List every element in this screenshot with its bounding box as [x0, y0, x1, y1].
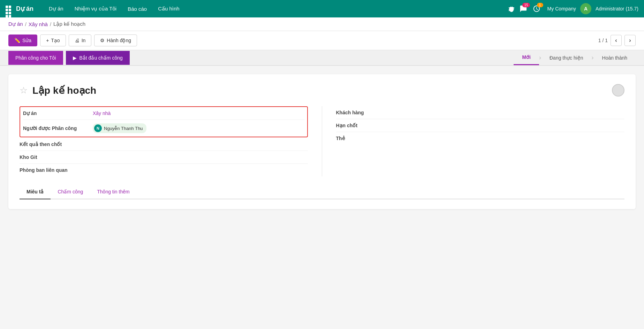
chat-badge: 15: [522, 3, 530, 7]
form-card: ☆ Lập kế hoạch Dự án Xây nhà Người được …: [8, 74, 636, 209]
step-done[interactable]: Hoàn thành: [594, 51, 636, 65]
form-left: Dự án Xây nhà Người được Phân công N Ngu…: [20, 106, 322, 176]
assign-to-me-button[interactable]: Phân công cho Tôi: [8, 51, 63, 65]
nav-du-an[interactable]: Dự án: [43, 0, 69, 17]
label-nguoi-phan-cong: Người được Phân công: [23, 125, 93, 131]
app-title[interactable]: Dự án: [16, 5, 33, 13]
form-toggle[interactable]: [612, 84, 624, 97]
nav-bao-cao[interactable]: Báo cáo: [122, 0, 152, 17]
value-du-an[interactable]: Xây nhà: [93, 110, 304, 116]
start-checkin-button[interactable]: ▶ Bắt đầu chấm công: [66, 51, 130, 65]
top-navigation: Dự án Dự án Nhiệm vụ của Tôi Báo cáo Cấu…: [0, 0, 644, 17]
field-the: Thẻ: [336, 132, 625, 145]
step-inprogress[interactable]: Đang thực hiện: [541, 51, 592, 65]
label-han-chot: Hạn chốt: [336, 123, 406, 128]
form-title-row: ☆ Lập kế hoạch: [20, 84, 624, 97]
nav-nhiem-vu[interactable]: Nhiệm vụ của Tôi: [69, 0, 122, 17]
breadcrumb-xay-nha[interactable]: Xây nhà: [29, 21, 48, 27]
field-nguoi-phan-cong: Người được Phân công N Nguyễn Thanh Thu: [23, 120, 304, 137]
breadcrumb-du-an[interactable]: Dự án: [8, 21, 23, 27]
status-bar: Phân công cho Tôi ▶ Bắt đầu chấm công Mớ…: [0, 50, 644, 66]
chat-icon-btn[interactable]: 15: [520, 5, 527, 13]
star-icon[interactable]: ☆: [20, 85, 28, 96]
person-avatar: N: [94, 124, 102, 132]
play-icon: ▶: [73, 55, 77, 61]
prev-button[interactable]: ‹: [611, 35, 622, 46]
breadcrumb-current: Lập kế hoạch: [53, 21, 85, 27]
field-du-an: Dự án Xây nhà: [23, 107, 304, 120]
company-name: My Company: [547, 6, 576, 12]
status-steps: Mới › Đang thực hiện › Hoàn thành: [514, 50, 636, 65]
nav-items: Dự án Nhiệm vụ của Tôi Báo cáo Cấu hình: [43, 0, 505, 17]
edit-icon: ✏️: [14, 38, 20, 43]
toolbar: ✏️ Sửa + Tạo 🖨 In ⚙ Hành động 1 / 1 ‹ ›: [0, 31, 644, 50]
form-title: Lập kế hoạch: [32, 85, 96, 96]
clock-icon-btn[interactable]: 1: [533, 5, 540, 13]
highlighted-section: Dự án Xây nhà Người được Phân công N Ngu…: [20, 106, 308, 137]
label-du-an: Dự án: [23, 110, 93, 116]
nav-right: 15 1 My Company A Administrator (15.7): [508, 3, 638, 14]
value-nguoi-phan-cong: N Nguyễn Thanh Thu: [93, 123, 304, 133]
person-badge[interactable]: N Nguyễn Thanh Thu: [93, 123, 146, 133]
action-button[interactable]: ⚙ Hành động: [94, 35, 137, 46]
next-button[interactable]: ›: [624, 35, 636, 46]
gear-icon: ⚙: [100, 38, 105, 43]
field-khach-hang: Khách hàng: [336, 106, 625, 119]
pagination-text: 1 / 1: [598, 38, 608, 43]
field-ket-qua: Kết quả then chốt: [20, 138, 308, 151]
tab-cham-cong[interactable]: Chấm công: [51, 185, 90, 199]
user-name[interactable]: Administrator (15.7): [596, 6, 638, 12]
tab-mieu-ta[interactable]: Miêu tả: [20, 185, 51, 199]
main-content: ☆ Lập kế hoạch Dự án Xây nhà Người được …: [0, 66, 644, 325]
field-phong-ban: Phòng ban liên quan: [20, 164, 308, 176]
bug-icon-btn[interactable]: [508, 5, 515, 13]
field-han-chot: Hạn chốt: [336, 119, 625, 132]
label-kho-git: Kho Git: [20, 154, 89, 160]
label-the: Thẻ: [336, 136, 406, 141]
breadcrumb: Dự án / Xây nhà / Lập kế hoạch: [0, 17, 644, 31]
breadcrumb-sep1: /: [25, 21, 26, 27]
user-avatar[interactable]: A: [580, 3, 591, 14]
label-ket-qua: Kết quả then chốt: [20, 141, 89, 147]
tabs-row: Miêu tả Chấm công Thông tin thêm: [20, 185, 624, 199]
print-button[interactable]: 🖨 In: [69, 35, 92, 46]
edit-button[interactable]: ✏️ Sửa: [8, 35, 37, 46]
tab-thong-tin-them[interactable]: Thông tin thêm: [90, 185, 136, 199]
breadcrumb-sep2: /: [50, 21, 51, 27]
plus-icon: +: [46, 38, 49, 43]
updates-badge: 1: [537, 3, 543, 7]
grid-icon[interactable]: [6, 6, 12, 12]
step-new[interactable]: Mới: [514, 50, 539, 65]
form-grid: Dự án Xây nhà Người được Phân công N Ngu…: [20, 106, 624, 176]
nav-cau-hinh[interactable]: Cấu hình: [152, 0, 185, 17]
form-right: Khách hàng Hạn chốt Thẻ: [322, 106, 625, 176]
label-khach-hang: Khách hàng: [336, 110, 406, 115]
create-button[interactable]: + Tạo: [40, 35, 66, 46]
toolbar-right: 1 / 1 ‹ ›: [598, 35, 636, 46]
person-name: Nguyễn Thanh Thu: [104, 126, 143, 131]
print-icon: 🖨: [75, 38, 79, 43]
label-phong-ban: Phòng ban liên quan: [20, 167, 89, 173]
field-kho-git: Kho Git: [20, 151, 308, 164]
